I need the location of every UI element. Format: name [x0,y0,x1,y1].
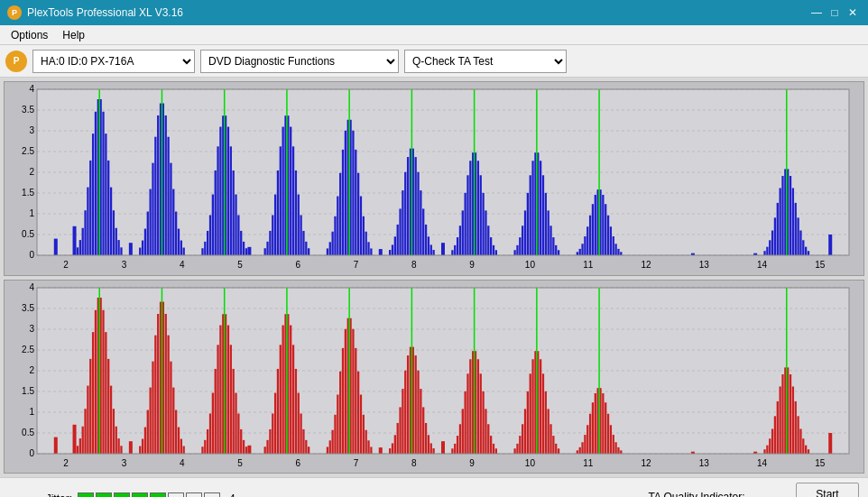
title-bar-controls: — □ ✕ [808,5,861,21]
top-chart [4,81,864,276]
toolbar: P HA:0 ID:0 PX-716A DVD Diagnostic Funct… [0,45,868,78]
progress-segment [186,492,202,497]
jitter-value: 4 [229,492,235,497]
title-bar: P PlexTools Professional XL V3.16 — □ ✕ [0,0,868,25]
menu-bar: Options Help [0,25,868,45]
jitter-row: Jitter: 4 [9,492,606,497]
bottom-chart [4,280,864,474]
metrics-panel: Jitter: 4 Peak Shift: 3 [9,492,606,497]
top-chart-canvas [5,82,863,275]
menu-options[interactable]: Options [4,27,55,43]
device-icon: P [5,51,27,72]
close-button[interactable]: ✕ [845,5,861,21]
progress-segment [78,492,94,497]
minimize-button[interactable]: — [808,5,825,21]
start-btn-panel: Start i [787,483,859,497]
start-button[interactable]: Start [796,483,859,497]
app-title: PlexTools Professional XL V3.16 [27,6,183,19]
progress-segment [96,492,112,497]
test-select[interactable]: Q-Check TA Test [404,50,567,73]
progress-segment [204,492,220,497]
menu-help[interactable]: Help [55,27,92,43]
progress-segment [114,492,130,497]
title-bar-left: P PlexTools Professional XL V3.16 [7,5,183,20]
maximize-button[interactable]: □ [826,5,843,21]
jitter-progress [78,492,220,497]
app-icon: P [7,5,22,20]
function-select[interactable]: DVD Diagnostic Functions [200,50,399,73]
bottom-panel: Jitter: 4 Peak Shift: 3 TA Quality Indic… [0,477,868,497]
ta-quality-panel: TA Quality Indicator: Good [624,491,769,497]
progress-segment [150,492,166,497]
device-select[interactable]: HA:0 ID:0 PX-716A [32,50,195,73]
bottom-chart-canvas [5,281,863,474]
progress-segment [168,492,184,497]
progress-segment [132,492,148,497]
ta-quality-label: TA Quality Indicator: [648,491,744,497]
jitter-label: Jitter: [9,492,72,497]
main-content [0,78,868,477]
